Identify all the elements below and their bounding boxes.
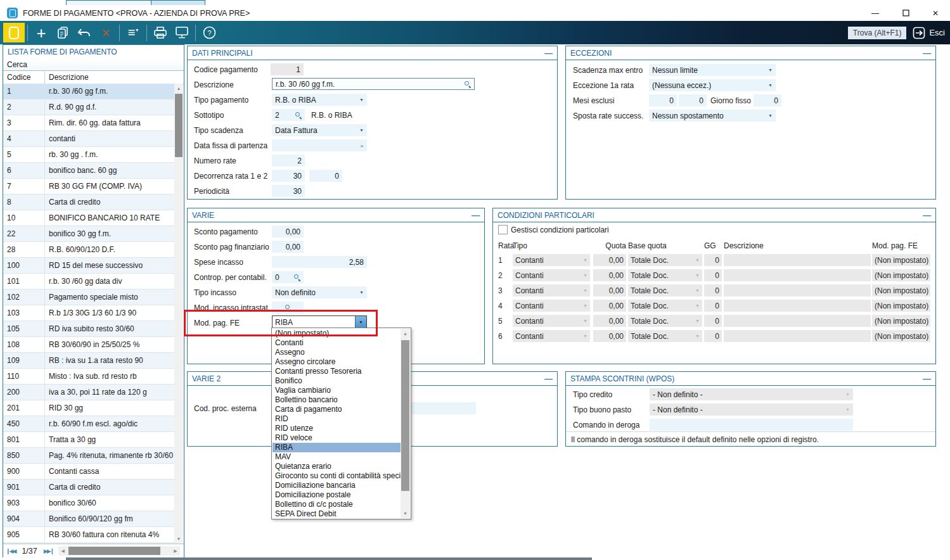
- list-row[interactable]: 905RB 30/60 fattura con ritenuta 4%: [3, 527, 176, 543]
- dropdown-option[interactable]: Vaglia cambiario: [273, 386, 401, 395]
- cp-tipo[interactable]: Contanti▼: [513, 269, 590, 281]
- list-row[interactable]: 3Rim. dir. 60 gg. data fattura: [3, 115, 176, 131]
- chevron-down-icon[interactable]: ▼: [355, 316, 366, 328]
- cp-tipo[interactable]: Contanti▼: [513, 284, 590, 296]
- tipo-scadenza-select[interactable]: Data Fattura▼: [272, 124, 367, 136]
- list-row[interactable]: 1r.b. 30 /60 gg f.m.: [3, 84, 176, 99]
- list-row[interactable]: 108RB 30/60/90 in 25/50/25 %: [3, 337, 176, 353]
- mod-pag-fe-combobox[interactable]: RIBA ▼: [272, 315, 367, 329]
- periodicita-input[interactable]: 30: [272, 185, 305, 197]
- first-page-button[interactable]: ❙◀◀: [3, 548, 18, 554]
- cp-base[interactable]: Totale Doc.▼: [628, 330, 702, 342]
- cp-base[interactable]: Totale Doc.▼: [628, 300, 702, 312]
- cp-quota[interactable]: 0,00: [593, 315, 626, 327]
- decorrenza-rata2-input[interactable]: 0: [309, 170, 342, 182]
- cp-tipo[interactable]: Contanti▼: [513, 254, 590, 266]
- cp-mod-pag[interactable]: (Non impostato)▼: [872, 315, 930, 327]
- scroll-up-icon[interactable]: ▲: [401, 329, 410, 338]
- mod-incasso-input[interactable]: [272, 302, 304, 314]
- cp-mod-pag[interactable]: (Non impostato)▼: [872, 254, 930, 266]
- list-row[interactable]: 105RD iva subito resto 30/60: [3, 321, 176, 337]
- cp-base[interactable]: Totale Doc.▼: [628, 254, 702, 266]
- cp-mod-pag[interactable]: (Non impostato)▼: [872, 330, 930, 342]
- numero-rate-input[interactable]: 2: [272, 155, 305, 167]
- dropdown-option[interactable]: MAV: [273, 452, 401, 462]
- list-row[interactable]: 450r.b. 60/90 f.m escl. ago/dic: [3, 416, 176, 432]
- sconto-finanziario-input[interactable]: 0,00: [272, 241, 304, 253]
- scroll-down-icon[interactable]: ▼: [174, 534, 183, 543]
- cp-mod-pag[interactable]: (Non impostato)▼: [872, 284, 930, 296]
- list-row[interactable]: 109RB : iva su 1.a rata resto 90: [3, 353, 176, 369]
- cp-quota[interactable]: 0,00: [593, 330, 626, 342]
- collapse-panel-icon[interactable]: —: [923, 376, 931, 382]
- scrollbar-thumb[interactable]: [175, 94, 183, 157]
- cp-descrizione[interactable]: [724, 269, 871, 281]
- list-row[interactable]: 200iva a 30, poi 11 rate da 120 g: [3, 385, 176, 400]
- contropartita-input[interactable]: 0: [272, 271, 304, 283]
- list-row[interactable]: 5rb. 30 gg . f.m.: [3, 147, 176, 163]
- cp-descrizione[interactable]: [724, 284, 871, 296]
- dropdown-option[interactable]: Assegno: [273, 348, 401, 357]
- search-icon[interactable]: [295, 111, 302, 118]
- dropdown-option[interactable]: Quietanza erario: [273, 462, 401, 471]
- scroll-up-icon[interactable]: ▲: [174, 84, 183, 92]
- close-button[interactable]: ✕: [926, 5, 945, 21]
- dropdown-option[interactable]: Contanti: [273, 338, 401, 348]
- descrizione-input[interactable]: r.b. 30 /60 gg f.m.: [272, 78, 475, 90]
- dropdown-option[interactable]: RID utenze: [273, 424, 401, 433]
- gestisci-condizioni-checkbox[interactable]: [498, 225, 508, 234]
- list-row[interactable]: 850Pag. 4% ritenuta, rimanente rb 30/60 …: [3, 448, 176, 464]
- list-row[interactable]: 2R.d. 90 gg d.f.: [3, 99, 176, 115]
- mesi-esclusi-input1[interactable]: 0: [649, 94, 677, 106]
- list-horizontal-scrollbar[interactable]: ◀ ▶: [58, 546, 180, 556]
- dropdown-option[interactable]: Bollettino bancario: [273, 395, 401, 405]
- copy-record-button[interactable]: [52, 23, 74, 42]
- scadenza-max-select[interactable]: Nessun limite▼: [649, 64, 776, 76]
- sottotipo-input[interactable]: 2: [272, 109, 305, 121]
- cp-tipo[interactable]: Contanti▼: [513, 300, 590, 312]
- scroll-left-icon[interactable]: ◀: [58, 546, 67, 556]
- dropdown-option[interactable]: Bollettino di c/c postale: [273, 500, 401, 509]
- cp-tipo[interactable]: Contanti▼: [513, 315, 590, 327]
- list-row[interactable]: 101r.b. 30 /60 gg data div: [3, 274, 176, 290]
- search-icon[interactable]: [285, 304, 292, 311]
- app-menu-button[interactable]: [3, 23, 25, 42]
- scroll-down-icon[interactable]: ▼: [401, 509, 410, 518]
- cp-gg[interactable]: 0: [704, 269, 722, 281]
- list-row[interactable]: 22bonifico 30 gg f.m.: [3, 226, 176, 242]
- scrollbar-thumb[interactable]: [68, 547, 160, 555]
- column-codice[interactable]: Codice: [3, 70, 45, 84]
- cp-descrizione[interactable]: [724, 300, 871, 312]
- list-row[interactable]: 6bonifico banc. 60 gg: [3, 163, 176, 179]
- list-row[interactable]: 102Pagamento speciale misto: [3, 290, 176, 305]
- dropdown-option[interactable]: Contanti presso Tesoreria: [273, 367, 401, 376]
- list-row[interactable]: 901Carta di credito: [3, 480, 176, 495]
- minimize-button[interactable]: —: [866, 5, 885, 21]
- tipo-incasso-select[interactable]: Non definito▼: [272, 286, 367, 298]
- list-row[interactable]: 904Bonifico 60/90/120 gg fm: [3, 511, 176, 527]
- list-row[interactable]: 201RID 30 gg: [3, 400, 176, 416]
- decorrenza-rata1-input[interactable]: 30: [272, 170, 305, 182]
- cp-quota[interactable]: 0,00: [593, 254, 626, 266]
- list-row[interactable]: 7RB 30 GG FM (COMP. IVA): [3, 179, 176, 194]
- column-descrizione[interactable]: Descrizione: [45, 70, 184, 84]
- cp-descrizione[interactable]: [724, 315, 871, 327]
- cp-base[interactable]: Totale Doc.▼: [628, 269, 702, 281]
- collapse-panel-icon[interactable]: —: [923, 50, 931, 56]
- list-row[interactable]: 100RD 15 del mese successivo: [3, 258, 176, 274]
- undo-button[interactable]: [74, 23, 95, 42]
- menu-button[interactable]: ≡▾: [122, 23, 144, 42]
- cp-quota[interactable]: 0,00: [593, 269, 626, 281]
- cp-quota[interactable]: 0,00: [593, 300, 626, 312]
- cp-mod-pag[interactable]: (Non impostato)▼: [872, 300, 930, 312]
- sconto-pagamento-input[interactable]: 0,00: [272, 226, 304, 238]
- dropdown-option[interactable]: RIBA: [273, 443, 401, 452]
- scrollbar-thumb[interactable]: [401, 340, 409, 491]
- collapse-panel-icon[interactable]: —: [544, 376, 553, 382]
- cp-gg[interactable]: 0: [704, 300, 722, 312]
- spese-incasso-input[interactable]: 2,58: [272, 256, 367, 268]
- sposta-rate-select[interactable]: Nessun spostamento▼: [649, 110, 776, 122]
- cp-base[interactable]: Totale Doc.▼: [628, 284, 702, 296]
- eccezione-rata-select[interactable]: (Nessuna eccez.)▼: [649, 79, 776, 91]
- trova-shortcut-button[interactable]: Trova (Alt+F1): [848, 27, 907, 39]
